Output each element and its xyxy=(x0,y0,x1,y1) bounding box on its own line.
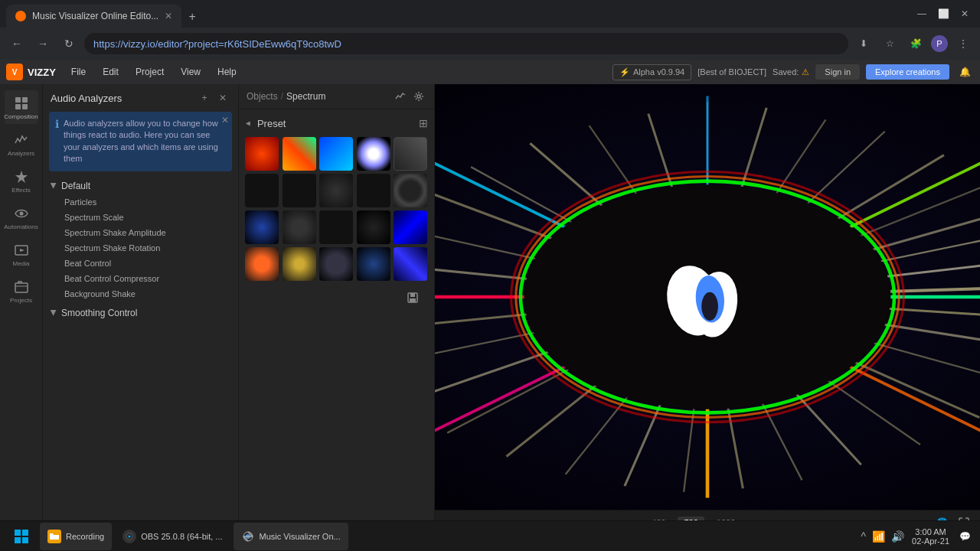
preview-placeholder: // Draw rays procedurally via inline sty… xyxy=(435,84,980,510)
maximize-button[interactable]: ⬜ xyxy=(934,5,952,23)
grid-toggle-button[interactable]: ⊞ xyxy=(419,117,428,129)
network-icon[interactable]: 📶 xyxy=(871,529,887,544)
preset-item-6[interactable] xyxy=(245,174,279,207)
preset-item-10[interactable] xyxy=(394,174,427,207)
tab-close-button[interactable]: ✕ xyxy=(165,11,172,21)
analyzer-item-spectrum-shake-amplitude[interactable]: Spectrum Shake Amplitude xyxy=(46,225,235,240)
tab-title: Music Visualizer Online Edito... xyxy=(32,11,158,21)
svg-point-9 xyxy=(417,95,420,98)
breadcrumb-objects[interactable]: Objects xyxy=(247,91,278,102)
forward-button[interactable]: → xyxy=(32,33,54,54)
sidebar-item-composition[interactable]: Composition xyxy=(5,90,38,124)
preset-item-7[interactable] xyxy=(283,174,316,207)
menu-button[interactable]: ⋮ xyxy=(952,33,974,54)
svg-rect-3 xyxy=(22,104,28,109)
bookmark-button[interactable]: ☆ xyxy=(879,33,900,54)
default-section-header[interactable]: ▶ Default xyxy=(46,178,235,194)
preset-item-2[interactable] xyxy=(283,137,316,171)
preset-item-8[interactable] xyxy=(319,174,353,207)
preset-item-20[interactable] xyxy=(394,247,427,281)
sidebar-item-analyzers[interactable]: Analyzers xyxy=(5,127,38,161)
close-panel-button[interactable]: ✕ xyxy=(215,90,230,106)
minimize-button[interactable]: — xyxy=(913,5,931,23)
analyzer-item-spectrum-scale[interactable]: Spectrum Scale xyxy=(46,210,235,225)
svg-rect-12 xyxy=(410,298,416,302)
preset-item-5[interactable] xyxy=(394,137,427,171)
sidebar-item-media[interactable]: Media xyxy=(5,237,38,271)
media-label: Media xyxy=(13,260,30,267)
projects-label: Projects xyxy=(10,297,32,304)
breadcrumb-chart-button[interactable] xyxy=(393,89,408,104)
preset-item-16[interactable] xyxy=(245,247,279,281)
preset-img-3 xyxy=(319,137,353,171)
smoothing-section-header[interactable]: ▶ Smoothing Control xyxy=(46,305,235,321)
preset-img-14 xyxy=(357,210,390,244)
analyzers-label: Analyzers xyxy=(8,150,34,157)
action-center-button[interactable]: 💬 xyxy=(956,527,974,546)
recording-label: Recording xyxy=(66,532,104,541)
download-button[interactable]: ⬇ xyxy=(853,33,874,54)
svg-rect-71 xyxy=(22,537,28,543)
panel-header-actions: + ✕ xyxy=(197,90,230,106)
preset-header[interactable]: ▼ Preset ⊞ xyxy=(245,114,428,132)
volume-tray-icon[interactable]: 🔊 xyxy=(890,529,906,544)
menu-view[interactable]: View xyxy=(173,64,208,80)
analyzer-item-spectrum-shake-rotation[interactable]: Spectrum Shake Rotation xyxy=(46,240,235,256)
preset-img-7 xyxy=(283,174,316,207)
menu-edit[interactable]: Edit xyxy=(95,64,126,80)
sign-in-button[interactable]: Sign in xyxy=(815,64,860,80)
preset-item-12[interactable] xyxy=(283,210,316,244)
tray-expand-icon[interactable]: ^ xyxy=(860,529,868,544)
preset-item-14[interactable] xyxy=(357,210,390,244)
preset-item-13[interactable] xyxy=(319,210,353,244)
save-preset-button[interactable] xyxy=(403,289,422,307)
reload-button[interactable]: ↻ xyxy=(58,33,80,54)
svg-rect-8 xyxy=(15,283,28,292)
analyzer-item-particles[interactable]: Particles xyxy=(46,194,235,210)
composition-icon xyxy=(13,95,30,112)
new-tab-button[interactable]: + xyxy=(181,6,203,28)
notifications-button[interactable]: 🔔 xyxy=(956,63,974,81)
preset-item-17[interactable] xyxy=(283,247,316,281)
preset-item-4[interactable] xyxy=(357,137,390,171)
taskbar-item-recording[interactable]: Recording xyxy=(40,523,112,550)
explore-button[interactable]: Explore creations xyxy=(866,64,949,80)
preset-img-10 xyxy=(394,174,427,207)
preset-item-18[interactable] xyxy=(319,247,353,281)
app-menubar: V VIZZY File Edit Project View Help ⚡ Al… xyxy=(0,60,980,84)
preset-item-15[interactable] xyxy=(394,210,427,244)
taskbar-item-chrome[interactable]: Music Visualizer On... xyxy=(234,523,348,550)
menu-file[interactable]: File xyxy=(64,64,93,80)
sidebar-item-projects[interactable]: Projects xyxy=(5,274,38,308)
preset-item-3[interactable] xyxy=(319,137,353,171)
close-button[interactable]: ✕ xyxy=(956,5,974,23)
preset-item-19[interactable] xyxy=(357,247,390,281)
add-analyzer-button[interactable]: + xyxy=(197,90,212,106)
info-close-button[interactable]: ✕ xyxy=(221,115,229,126)
left-panel: Audio Analyzers + ✕ ℹ Audio analyzers al… xyxy=(43,84,239,534)
chrome-label: Music Visualizer On... xyxy=(260,532,341,541)
extensions-button[interactable]: 🧩 xyxy=(905,33,926,54)
sidebar-item-automations[interactable]: Automations xyxy=(5,201,38,234)
breadcrumb-settings-button[interactable] xyxy=(411,89,426,104)
start-button[interactable] xyxy=(6,524,37,549)
preset-item-9[interactable] xyxy=(357,174,390,207)
analyzer-item-beat-control-compressor[interactable]: Beat Control Compressor xyxy=(46,271,235,286)
analyzer-item-background-shake[interactable]: Background Shake xyxy=(46,286,235,302)
analyzer-item-beat-control[interactable]: Beat Control xyxy=(46,256,235,271)
preset-chevron: ▼ xyxy=(244,119,253,127)
menu-project[interactable]: Project xyxy=(128,64,172,80)
menu-help[interactable]: Help xyxy=(210,64,244,80)
sidebar-item-effects[interactable]: Effects xyxy=(5,164,38,197)
back-button[interactable]: ← xyxy=(6,33,28,54)
profile-button[interactable]: P xyxy=(931,35,948,52)
address-bar[interactable]: https://vizzy.io/editor?project=rK6tSIDe… xyxy=(84,33,848,54)
menubar-right: ⚡ Alpha v0.9.94 [Best of BIOJECT] Saved:… xyxy=(612,63,974,81)
automations-label: Automations xyxy=(4,223,38,230)
tab-favicon xyxy=(15,11,26,21)
preset-item-1[interactable] xyxy=(245,137,279,171)
svg-rect-11 xyxy=(410,293,415,297)
preset-item-11[interactable] xyxy=(245,210,279,244)
active-tab[interactable]: Music Visualizer Online Edito... ✕ xyxy=(6,5,181,28)
taskbar-item-obs[interactable]: OBS 25.0.8 (64-bit, ... xyxy=(115,523,230,550)
